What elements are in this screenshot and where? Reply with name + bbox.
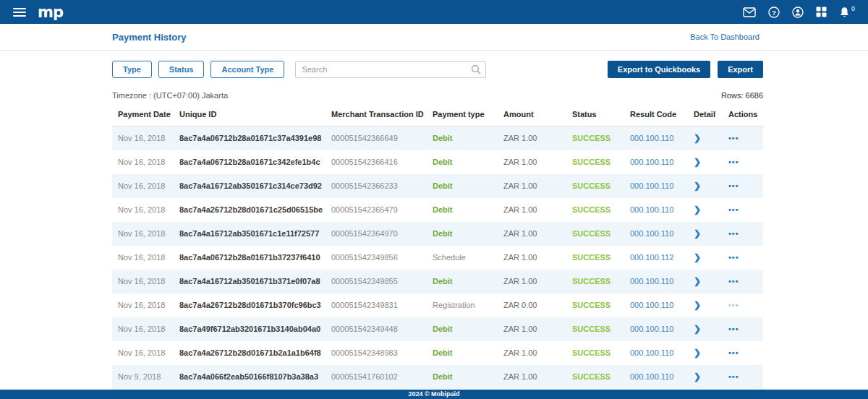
col-header-amount: Amount <box>498 103 566 126</box>
row-actions-button[interactable]: ••• <box>728 181 739 190</box>
export-to-quickbooks-button[interactable]: Export to Quickbooks <box>608 61 710 78</box>
cell-payment-type: Registration <box>427 293 498 317</box>
svg-text:?: ? <box>772 9 776 16</box>
page-title: Payment History <box>112 32 187 43</box>
row-actions-button[interactable]: ••• <box>728 301 739 309</box>
notifications-button[interactable]: 0 <box>839 7 855 18</box>
col-header-detail: Detail <box>688 103 723 126</box>
cell-payment-date: Nov 16, 2018 <box>112 270 174 293</box>
result-code-link[interactable]: 000.100.112 <box>624 246 688 270</box>
cell-amount: ZAR 1.00 <box>498 198 566 222</box>
row-detail-button[interactable]: ❯ <box>694 324 701 334</box>
row-detail-button[interactable]: ❯ <box>694 348 701 358</box>
footer: 2024 © Mobipaid <box>0 390 868 399</box>
row-actions-button[interactable]: ••• <box>728 229 739 238</box>
row-actions-button[interactable]: ••• <box>728 158 739 166</box>
cell-payment-date: Nov 16, 2018 <box>112 341 174 365</box>
cell-status: SUCCESS <box>566 341 624 365</box>
cell-payment-type: Debit <box>427 126 498 150</box>
row-actions-button[interactable]: ••• <box>728 348 739 357</box>
result-code-link[interactable]: 000.100.110 <box>624 222 688 246</box>
cell-payment-type: Debit <box>427 174 498 198</box>
cell-unique-id: 8ac7a4a26712b28d01671b370fc96bc3 <box>174 293 326 317</box>
cell-payment-date: Nov 16, 2018 <box>112 317 174 341</box>
col-header-payment-date: Payment Date <box>112 103 174 126</box>
row-detail-button[interactable]: ❯ <box>694 372 701 382</box>
result-code-link[interactable]: 000.100.110 <box>624 317 688 341</box>
search-icon[interactable] <box>471 64 481 77</box>
table-header-row: Payment Date Unique ID Merchant Transact… <box>112 103 763 126</box>
cell-merchant-transaction-id: 000051542348983 <box>326 341 427 365</box>
rows-count-label: Rows: 6686 <box>721 91 763 100</box>
cell-unique-id: 8ac7a49f6712ab3201671b3140ab04a0 <box>174 317 326 341</box>
row-actions-button[interactable]: ••• <box>728 372 739 381</box>
row-actions-button[interactable]: ••• <box>728 325 739 333</box>
result-code-link[interactable]: 000.100.110 <box>624 365 688 389</box>
cell-status: SUCCESS <box>566 150 624 174</box>
cell-payment-date: Nov 9, 2018 <box>112 365 174 389</box>
result-code-link[interactable]: 000.100.110 <box>624 150 688 174</box>
cell-amount: ZAR 1.00 <box>498 222 566 246</box>
cell-unique-id: 8ac7a4a16712ab3501671b371e0f07a8 <box>174 270 326 293</box>
table-row: Nov 16, 2018 8ac7a4a26712b28d01671b370fc… <box>112 293 763 317</box>
result-code-link[interactable]: 000.100.110 <box>624 270 688 293</box>
cell-payment-type: Debit <box>427 198 498 222</box>
timezone-label: Timezone : (UTC+07:00) Jakarta <box>112 91 228 100</box>
brand-logo[interactable]: mp <box>38 4 63 21</box>
cell-payment-type: Debit <box>427 222 498 246</box>
result-code-link[interactable]: 000.100.110 <box>624 126 688 150</box>
result-code-link[interactable]: 000.100.110 <box>624 198 688 222</box>
menu-icon[interactable] <box>13 6 26 19</box>
cell-payment-type: Debit <box>427 341 498 365</box>
table-row: Nov 16, 2018 8ac7a4a06712b28a01671c37a43… <box>112 126 763 150</box>
row-detail-button[interactable]: ❯ <box>694 133 701 143</box>
col-header-unique-id: Unique ID <box>174 103 326 126</box>
account-type-filter-button[interactable]: Account Type <box>210 61 284 78</box>
table-row: Nov 16, 2018 8ac7a4a26712b28d01671b2a1a1… <box>112 341 763 365</box>
cell-merchant-transaction-id: 000051542365479 <box>326 198 427 222</box>
cell-merchant-transaction-id: 000051542366416 <box>326 150 427 174</box>
status-filter-button[interactable]: Status <box>158 61 205 78</box>
back-to-dashboard-link[interactable]: Back To Dashboard <box>690 33 760 41</box>
cell-unique-id: 8ac7a4a26712b28d01671c25d06515be <box>174 198 326 222</box>
result-code-link[interactable]: 000.100.110 <box>624 341 688 365</box>
row-detail-button[interactable]: ❯ <box>694 181 701 191</box>
row-detail-button[interactable]: ❯ <box>694 157 701 167</box>
footer-copyright: 2024 © Mobipaid <box>408 390 459 398</box>
table-row: Nov 16, 2018 8ac7a4a06712b28a01671c342ef… <box>112 150 763 174</box>
table-row: Nov 16, 2018 8ac7a4a16712ab3501671c1e11f… <box>112 222 763 246</box>
row-detail-button[interactable]: ❯ <box>694 252 701 262</box>
export-button[interactable]: Export <box>718 61 763 78</box>
row-actions-button[interactable]: ••• <box>728 205 739 214</box>
table-row: Nov 9, 2018 8ac7a4a066f2eab50166f8107b3a… <box>112 365 763 389</box>
cell-status: SUCCESS <box>566 293 624 317</box>
table-row: Nov 16, 2018 8ac7a49f6712ab3201671b3140a… <box>112 317 763 341</box>
cell-status: SUCCESS <box>566 317 624 341</box>
cell-status: SUCCESS <box>566 126 624 150</box>
team-grid-icon[interactable] <box>816 7 827 17</box>
mail-icon[interactable] <box>743 7 756 17</box>
row-actions-button[interactable]: ••• <box>728 134 739 142</box>
row-detail-button[interactable]: ❯ <box>694 276 701 286</box>
cell-merchant-transaction-id: 000051542364970 <box>326 222 427 246</box>
search-input[interactable] <box>295 61 486 78</box>
cell-merchant-transaction-id: 000051542349448 <box>326 317 427 341</box>
cell-status: SUCCESS <box>566 365 624 389</box>
cell-status: SUCCESS <box>566 246 624 270</box>
cell-amount: ZAR 1.00 <box>498 174 566 198</box>
row-detail-button[interactable]: ❯ <box>694 228 701 239</box>
type-filter-button[interactable]: Type <box>112 61 152 78</box>
result-code-link[interactable]: 000.100.110 <box>624 293 688 317</box>
cell-payment-date: Nov 16, 2018 <box>112 126 174 150</box>
cell-payment-date: Nov 16, 2018 <box>112 222 174 246</box>
row-detail-button[interactable]: ❯ <box>694 205 701 215</box>
help-icon[interactable]: ? <box>768 7 780 18</box>
user-icon[interactable] <box>792 7 804 18</box>
result-code-link[interactable]: 000.100.110 <box>624 174 688 198</box>
row-actions-button[interactable]: ••• <box>728 277 739 286</box>
row-detail-button[interactable]: ❯ <box>694 300 701 310</box>
row-actions-button[interactable]: ••• <box>728 253 739 262</box>
notification-count-badge: 0 <box>851 5 855 12</box>
table-row: Nov 16, 2018 8ac7a4a26712b28d01671c25d06… <box>112 198 763 222</box>
cell-unique-id: 8ac7a4a06712b28a01671b37237f6410 <box>174 246 326 270</box>
